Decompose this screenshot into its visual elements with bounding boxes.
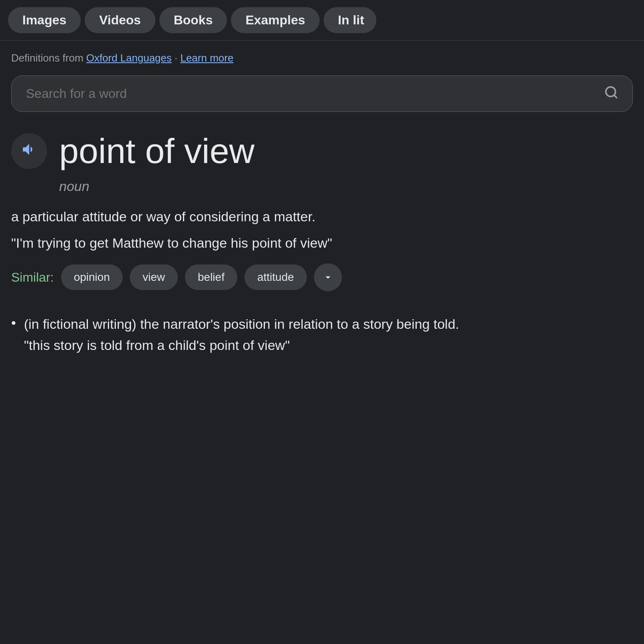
learn-more-link[interactable]: Learn more bbox=[180, 52, 233, 64]
tabs-bar: Images Videos Books Examples In lit bbox=[0, 0, 644, 41]
tab-books[interactable]: Books bbox=[159, 7, 227, 33]
example-text: "I'm trying to get Matthew to change his… bbox=[11, 233, 633, 254]
search-input[interactable] bbox=[11, 76, 633, 112]
similar-row: Similar: opinion view belief attitude bbox=[11, 263, 633, 291]
search-icon bbox=[604, 85, 618, 103]
oxford-languages-link[interactable]: Oxford Languages bbox=[86, 52, 172, 64]
similar-chip-attitude[interactable]: attitude bbox=[244, 264, 307, 290]
bullet-example-text: "this story is told from a child's point… bbox=[24, 335, 459, 356]
definition-block: a particular attitude or way of consider… bbox=[0, 202, 644, 314]
bullet-dot: • bbox=[11, 315, 16, 331]
similar-chip-view[interactable]: view bbox=[130, 264, 178, 290]
similar-chip-belief[interactable]: belief bbox=[185, 264, 237, 290]
search-bar-container bbox=[11, 76, 633, 112]
svg-line-1 bbox=[614, 95, 617, 97]
bullet-content: (in fictional writing) the narrator's po… bbox=[24, 314, 459, 356]
tab-videos[interactable]: Videos bbox=[85, 7, 155, 33]
definition-text: a particular attitude or way of consider… bbox=[11, 206, 633, 227]
similar-label: Similar: bbox=[11, 270, 54, 285]
similar-chip-opinion[interactable]: opinion bbox=[61, 264, 123, 290]
source-prefix: Definitions from bbox=[11, 52, 86, 64]
bullet-definition-text: (in fictional writing) the narrator's po… bbox=[24, 314, 459, 335]
tab-examples[interactable]: Examples bbox=[231, 7, 319, 33]
tab-in-lit[interactable]: In lit bbox=[324, 7, 376, 33]
audio-button[interactable] bbox=[11, 133, 47, 169]
audio-icon bbox=[21, 141, 38, 161]
expand-similar-button[interactable] bbox=[314, 263, 342, 291]
word-header: point of view bbox=[0, 124, 644, 175]
source-line: Definitions from Oxford Languages · Lear… bbox=[0, 41, 644, 68]
bullet-definition: • (in fictional writing) the narrator's … bbox=[0, 314, 644, 356]
part-of-speech: noun bbox=[48, 175, 644, 202]
tab-images[interactable]: Images bbox=[8, 7, 81, 33]
source-separator: · bbox=[172, 52, 181, 64]
word-title: point of view bbox=[59, 132, 254, 171]
